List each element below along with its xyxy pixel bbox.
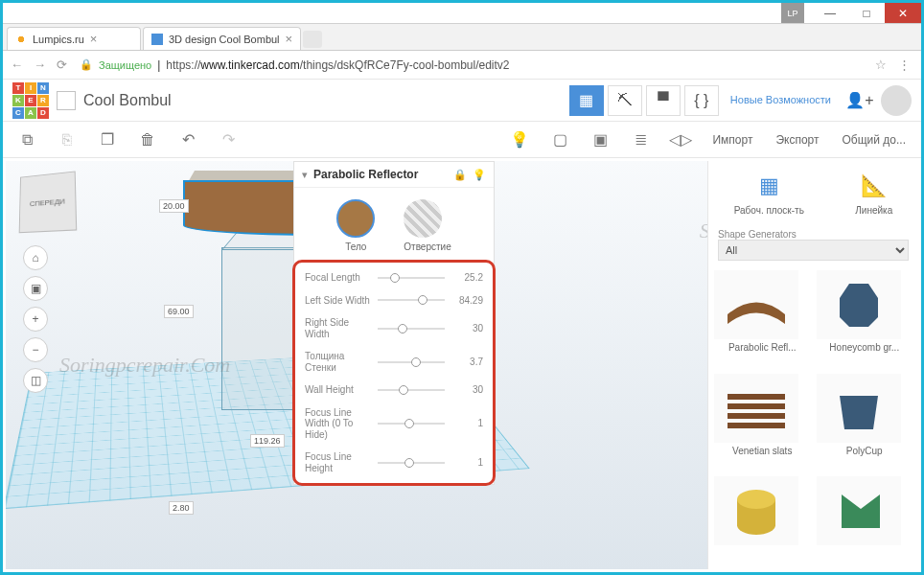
property-slider[interactable] [378,423,445,425]
property-value[interactable]: 1 [450,418,483,428]
avatar[interactable] [881,85,912,116]
project-icon [57,91,76,110]
tab-close-icon[interactable]: × [286,32,293,46]
window-close-button[interactable]: ✕ [885,3,921,23]
menu-icon[interactable]: ⋮ [898,58,913,72]
reload-icon[interactable]: ⟳ [57,58,72,72]
shape-item[interactable]: PolyCup [817,374,913,472]
property-value[interactable]: 84.29 [450,295,483,306]
shape-item[interactable]: Venetian slats [714,374,811,472]
window-minimize-button[interactable]: — [812,3,848,23]
fit-view-button[interactable]: ▣ [23,276,48,301]
shape-item[interactable]: Parabolic Refl... [714,270,811,368]
url-field[interactable]: 🔒 Защищено | https://www.tinkercad.com/t… [80,58,867,72]
redo-button[interactable]: ↷ [214,126,243,154]
url-text: https://www.tinkercad.com/things/dskQfRC… [166,58,509,72]
import-button[interactable]: Импорт [706,133,758,147]
paste-button[interactable]: ⎘ [53,126,81,154]
mirror-button[interactable]: ◁▷ [666,126,695,154]
workplane-icon: ▦ [753,171,784,201]
share-button[interactable]: Общий до... [837,133,912,147]
mode-code-button[interactable]: { } [684,85,719,116]
measurement-label: 119.26 [250,434,285,448]
zoom-out-button[interactable]: − [23,337,48,362]
duplicate-button[interactable]: ❐ [93,126,122,154]
solid-swatch[interactable]: Тело [336,199,375,252]
undo-button[interactable]: ↶ [173,126,202,154]
home-view-button[interactable]: ⌂ [23,245,48,270]
add-user-icon[interactable]: 👤+ [843,85,877,116]
app-toolbar: ⧉ ⎘ ❐ 🗑 ↶ ↷ 💡 ▢ ▣ ≣ ◁▷ Импорт Экспорт Об… [3,122,921,158]
svg-rect-3 [728,423,785,428]
shape-item[interactable]: Honeycomb gr... [817,270,913,368]
shape-label: PolyCup [817,446,913,456]
svg-rect-2 [728,413,785,419]
delete-button[interactable]: 🗑 [133,126,162,154]
properties-panel: Focal Length25.2Left Side Width84.29Righ… [292,260,496,486]
copy-button[interactable]: ⧉ [12,126,41,154]
property-slider[interactable] [378,277,445,279]
shape-label: Parabolic Refl... [714,342,811,353]
tinkercad-logo[interactable]: TIN KER CAD [12,82,49,119]
property-slider[interactable] [378,328,445,330]
project-name[interactable]: Cool Bombul [83,92,172,109]
measurement-label: 2.80 [169,501,194,515]
lightbulb-icon[interactable]: 💡 [473,169,486,181]
ruler-tool[interactable]: 📐 Линейка [855,171,892,216]
property-value[interactable]: 25.2 [450,272,483,283]
forward-icon[interactable]: → [34,58,49,72]
app-header: TIN KER CAD Cool Bombul ▦ ⛏ ▀ { } Новые … [3,80,921,122]
property-row: Right Side Width30 [295,311,493,345]
property-label: Left Side Width [305,295,372,307]
property-value[interactable]: 30 [450,384,483,395]
shapes-panel: ▦ Рабоч. плоск-ть 📐 Линейка Shape Genera… [707,161,918,569]
mode-blocks-button[interactable]: ⛏ [608,85,642,116]
shape-thumbnail [714,270,798,339]
extension-badge[interactable]: LP [781,3,804,23]
ortho-toggle-button[interactable]: ◫ [23,368,48,393]
property-slider[interactable] [378,361,445,363]
property-slider[interactable] [378,299,445,301]
new-tab-button[interactable] [303,31,322,48]
align-button[interactable]: ≣ [626,126,655,154]
ungroup-button[interactable]: ▣ [586,126,614,154]
tab-close-icon[interactable]: × [90,32,98,46]
property-label: Focal Length [305,272,372,284]
browser-addressbar: ← → ⟳ 🔒 Защищено | https://www.tinkercad… [3,51,921,80]
hole-label: Отверстие [404,242,450,252]
browser-tab[interactable]: 3D design Cool Bombul × [143,27,301,50]
new-features-link[interactable]: Новые Возможности [723,94,839,106]
property-value[interactable]: 3.7 [450,356,483,367]
lock-icon[interactable]: 🔒 [453,169,467,181]
back-icon[interactable]: ← [11,58,26,72]
shape-thumbnail [714,374,798,443]
property-value[interactable]: 30 [450,323,483,334]
export-button[interactable]: Экспорт [770,133,824,147]
bookmark-icon[interactable]: ☆ [875,58,890,72]
shape-thumbnail [714,476,798,545]
property-slider[interactable] [378,389,445,391]
visibility-button[interactable]: 💡 [505,126,534,154]
zoom-in-button[interactable]: + [23,307,48,332]
category-select[interactable]: All [718,240,909,261]
property-value[interactable]: 1 [450,457,483,468]
secure-label: Защищено [99,59,151,71]
browser-tab[interactable]: Lumpics.ru × [7,27,141,50]
group-button[interactable]: ▢ [545,126,574,154]
mode-design-button[interactable]: ▦ [569,85,604,116]
shape-label: Venetian slats [714,446,811,456]
mode-bricks-button[interactable]: ▀ [646,85,681,116]
svg-rect-1 [728,403,785,409]
svg-rect-0 [728,394,785,400]
window-maximize-button[interactable]: □ [848,3,885,23]
property-slider[interactable] [378,462,445,464]
shape-item[interactable] [714,476,811,564]
hole-swatch[interactable]: Отверстие [404,199,450,252]
workplane-tool[interactable]: ▦ Рабоч. плоск-ть [734,171,804,216]
viewcube[interactable]: СПЕРЕДИ [19,171,78,233]
shape-thumbnail [817,270,901,339]
3d-canvas[interactable]: 20.00 69.00 119.26 77.62 2.80 СПЕРЕДИ ⌂ … [6,161,707,569]
shape-item[interactable] [817,476,913,564]
collapse-icon[interactable]: ▾ [302,169,308,181]
solid-label: Тело [336,242,375,252]
